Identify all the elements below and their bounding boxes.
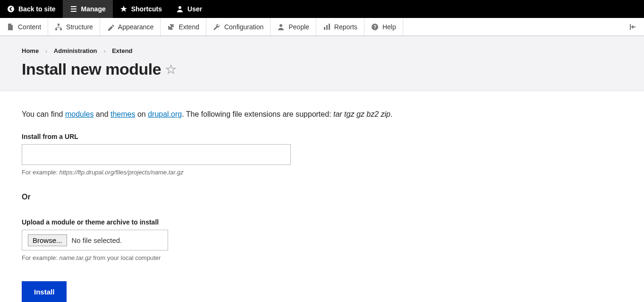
install-url-label: Install from a URL — [22, 133, 622, 140]
menu-help[interactable]: ? Help — [364, 18, 403, 35]
menu-reports[interactable]: Reports — [316, 18, 364, 35]
menu-appearance-label: Appearance — [118, 23, 154, 31]
extend-icon — [167, 23, 175, 31]
menu-content-label: Content — [18, 23, 41, 31]
star-icon — [120, 5, 127, 13]
menu-configuration-label: Configuration — [224, 23, 263, 31]
page-header-region: Home › Administration › Extend Install n… — [0, 36, 644, 91]
install-url-description: For example: https://ftp.drupal.org/file… — [22, 169, 622, 176]
menu-structure[interactable]: Structure — [48, 18, 100, 35]
appearance-icon — [107, 23, 114, 31]
breadcrumb-extend[interactable]: Extend — [112, 47, 132, 54]
upload-file-input[interactable]: Browse... No file selected. — [22, 230, 168, 250]
configuration-icon — [213, 23, 220, 31]
user-icon — [176, 5, 184, 13]
toolbar-top: Back to site Manage Shortcuts User — [0, 0, 644, 18]
or-separator: Or — [22, 193, 622, 201]
menu-content[interactable]: Content — [0, 18, 48, 35]
menu-help-label: Help — [382, 23, 396, 31]
breadcrumb-home[interactable]: Home — [22, 47, 39, 54]
hamburger-icon — [70, 5, 77, 13]
svg-text:?: ? — [373, 25, 376, 30]
upload-file-label: Upload a module or theme archive to inst… — [22, 218, 622, 226]
svg-rect-3 — [55, 28, 57, 30]
install-url-input[interactable] — [22, 144, 291, 165]
modules-link[interactable]: modules — [65, 110, 93, 118]
menu-reports-label: Reports — [334, 23, 357, 31]
breadcrumb: Home › Administration › Extend — [22, 47, 622, 54]
browse-button[interactable]: Browse... — [28, 234, 67, 246]
main-content: You can find modules and themes on drupa… — [0, 91, 644, 302]
back-to-site-label: Back to site — [18, 5, 56, 13]
breadcrumb-separator: › — [45, 48, 47, 54]
collapse-icon — [629, 23, 637, 31]
menu-extend-label: Extend — [178, 23, 199, 31]
svg-point-0 — [8, 6, 14, 12]
menu-structure-label: Structure — [66, 23, 93, 31]
svg-point-1 — [178, 6, 181, 9]
manage-label: Manage — [81, 5, 106, 13]
install-button[interactable]: Install — [22, 281, 67, 302]
svg-rect-8 — [329, 24, 330, 30]
menu-people-label: People — [288, 23, 309, 31]
people-icon — [277, 23, 285, 31]
svg-rect-11 — [630, 24, 631, 30]
shortcuts-link[interactable]: Shortcuts — [113, 0, 169, 18]
toolbar-orientation-toggle[interactable] — [626, 18, 640, 35]
user-menu[interactable]: User — [169, 0, 209, 18]
file-status-text: No file selected. — [72, 236, 122, 244]
themes-link[interactable]: themes — [110, 110, 135, 118]
menu-people[interactable]: People — [271, 18, 316, 35]
svg-rect-4 — [60, 28, 62, 30]
menu-extend[interactable]: Extend — [161, 18, 206, 35]
svg-rect-7 — [326, 25, 328, 30]
drupal-org-link[interactable]: drupal.org — [148, 110, 182, 118]
admin-menu: Content Structure Appearance Extend Conf… — [0, 18, 644, 36]
menu-appearance[interactable]: Appearance — [100, 18, 161, 35]
shortcut-star-icon[interactable] — [166, 64, 176, 75]
intro-text: You can find modules and themes on drupa… — [22, 110, 622, 119]
svg-point-5 — [280, 24, 282, 27]
menu-configuration[interactable]: Configuration — [206, 18, 271, 35]
page-title: Install new module — [22, 60, 161, 78]
breadcrumb-admin[interactable]: Administration — [54, 47, 97, 54]
user-label: User — [187, 5, 202, 13]
back-to-site-link[interactable]: Back to site — [0, 0, 63, 18]
structure-icon — [55, 23, 62, 31]
content-icon — [7, 23, 14, 31]
breadcrumb-separator: › — [104, 48, 106, 54]
reports-icon — [323, 23, 330, 31]
help-icon: ? — [371, 23, 379, 31]
shortcuts-label: Shortcuts — [131, 5, 162, 13]
manage-toggle[interactable]: Manage — [63, 0, 113, 18]
svg-rect-6 — [324, 27, 325, 30]
upload-file-description: For example: name.tar.gz from your local… — [22, 254, 622, 261]
svg-rect-2 — [58, 24, 59, 26]
back-icon — [7, 5, 15, 13]
supported-extensions: tar tgz gz bz2 zip — [333, 110, 390, 118]
